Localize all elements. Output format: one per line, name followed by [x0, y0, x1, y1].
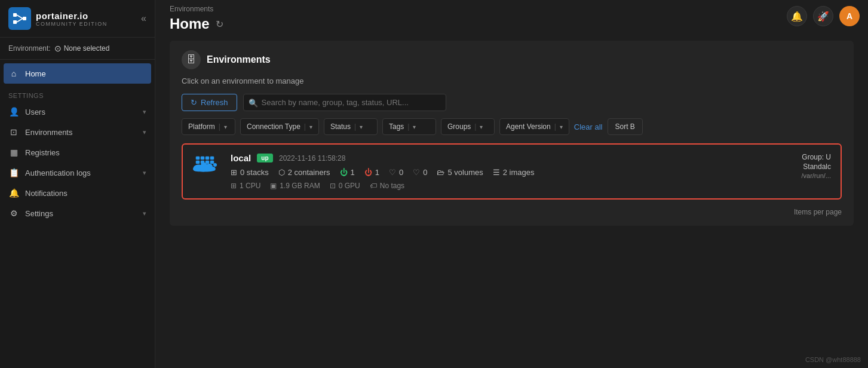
platform-chevron-icon: ▾: [224, 124, 227, 130]
sidebar-item-users[interactable]: 👤 Users ▾: [0, 102, 155, 122]
ram-icon: ▣: [270, 182, 277, 190]
sidebar-settings-label: Settings: [25, 209, 53, 218]
sidebar-notifications-label: Notifications: [25, 189, 68, 198]
stacks-value: 0 stacks: [240, 168, 269, 177]
healthy-value: 0: [399, 168, 403, 177]
unhealthy-stat: ♡ 0: [413, 168, 427, 177]
search-wrapper: 🔍: [243, 94, 446, 111]
settings-chevron-icon: ▾: [143, 210, 146, 217]
groups-divider: |: [474, 122, 476, 131]
sort-button[interactable]: Sort B: [608, 118, 643, 135]
environment-name: local: [231, 153, 251, 163]
rocket-button[interactable]: 🚀: [813, 6, 833, 26]
svg-rect-0: [8, 7, 31, 30]
home-icon: ⌂: [8, 69, 19, 78]
images-value: 2 images: [503, 168, 535, 177]
toolbar: ↻ Refresh 🔍: [182, 94, 842, 111]
environments-panel: 🗄 Environments Click on an environment t…: [170, 41, 854, 226]
status-chevron-icon: ▾: [360, 124, 363, 130]
sidebar-item-home[interactable]: ⌂ Home: [4, 63, 151, 84]
items-per-page: Items per page: [182, 208, 842, 216]
users-icon: 👤: [8, 107, 19, 116]
clear-all-button[interactable]: Clear all: [574, 120, 603, 134]
environment-status-badge: up: [257, 154, 273, 162]
sidebar-item-environments[interactable]: ⊡ Environments ▾: [0, 122, 155, 142]
tags-meta-value: No tags: [380, 182, 404, 190]
agent-version-chevron-icon: ▾: [560, 124, 563, 130]
ram-value: 1.9 GB RAM: [280, 182, 320, 190]
refresh-button[interactable]: ↻ Refresh: [182, 94, 237, 111]
breadcrumb: Environments: [155, 0, 868, 13]
panel-header: 🗄 Environments: [182, 50, 842, 69]
tags-meta-icon: 🏷: [370, 182, 377, 190]
settings-section-title: Settings: [0, 84, 155, 102]
agent-version-filter[interactable]: Agent Version | ▾: [499, 118, 569, 135]
connection-type-chevron-icon: ▾: [309, 124, 312, 130]
settings-icon: ⚙: [8, 208, 19, 218]
containers-value: 2 containers: [288, 168, 330, 177]
page-header: Home ↻: [155, 13, 868, 41]
environment-date: 2022-11-16 11:58:28: [279, 154, 345, 162]
sidebar-collapse-button[interactable]: «: [141, 13, 146, 24]
group-label: Group: U: [759, 153, 831, 161]
svg-rect-11: [206, 161, 209, 164]
environment-selector[interactable]: Environment: ⊙ None selected: [0, 38, 155, 60]
registries-icon: ▦: [8, 148, 19, 157]
database-icon: 🗄: [186, 54, 196, 65]
groups-filter[interactable]: Groups | ▾: [441, 118, 495, 135]
tags-chevron-icon: ▾: [413, 124, 416, 130]
top-right-actions: 🔔 🚀 A: [787, 6, 860, 26]
svg-point-14: [213, 163, 217, 167]
connection-type-filter[interactable]: Connection Type | ▾: [240, 118, 319, 135]
env-title-row: local up 2022-11-16 11:58:28: [231, 153, 750, 163]
cpu-value: 1 CPU: [240, 182, 260, 190]
environment-card-body: local up 2022-11-16 11:58:28 ⊞ 0 stacks …: [231, 153, 750, 190]
sidebar: portainer.io COMMUNITY EDITION « Environ…: [0, 0, 155, 368]
environment-value: ⊙ None selected: [54, 44, 110, 53]
header-refresh-icon[interactable]: ↻: [216, 19, 223, 30]
environments-icon: ⊡: [8, 127, 19, 137]
stacks-stat: ⊞ 0 stacks: [231, 168, 269, 177]
logo-text: portainer.io COMMUNITY EDITION: [36, 11, 108, 27]
auth-logs-chevron-icon: ▾: [143, 169, 146, 177]
path-label: /var/run/...: [759, 172, 831, 179]
sidebar-item-settings[interactable]: ⚙ Settings ▾: [0, 203, 155, 223]
users-chevron-icon: ▾: [143, 108, 146, 116]
tags-filter-label: Tags: [389, 122, 404, 131]
main-content: 🔔 🚀 A Environments Home ↻ 🗄 Environments…: [155, 0, 868, 368]
environment-card-local[interactable]: local up 2022-11-16 11:58:28 ⊞ 0 stacks …: [182, 143, 842, 200]
status-filter[interactable]: Status | ▾: [324, 118, 378, 135]
platform-filter[interactable]: Platform | ▾: [182, 118, 235, 135]
running-icon: ⏻: [340, 168, 348, 177]
svg-rect-9: [210, 157, 214, 160]
search-input[interactable]: [243, 94, 446, 111]
agent-version-label: Agent Version: [506, 122, 551, 131]
sidebar-item-registries[interactable]: ▦ Registries: [0, 142, 155, 162]
portainer-logo-icon: [8, 7, 31, 30]
platform-filter-label: Platform: [188, 122, 215, 131]
groups-filter-label: Groups: [447, 122, 471, 131]
svg-rect-3: [23, 17, 26, 20]
logo-sub-text: COMMUNITY EDITION: [36, 21, 108, 27]
connection-type-divider: |: [304, 122, 306, 131]
watermark: CSDN @wht88888: [805, 356, 861, 363]
panel-title: Environments: [207, 54, 271, 65]
connection-type-label: Connection Type: [247, 122, 300, 131]
sidebar-item-auth-logs[interactable]: 📋 Authentication logs ▾: [0, 162, 155, 183]
sidebar-users-label: Users: [25, 108, 45, 116]
containers-icon: ⬡: [278, 168, 285, 177]
sidebar-home-label: Home: [25, 69, 46, 78]
logo-area: portainer.io COMMUNITY EDITION «: [0, 0, 155, 38]
healthy-icon: ♡: [389, 168, 396, 177]
cpu-icon: ⊞: [231, 182, 237, 190]
page-title: Home: [170, 16, 210, 32]
refresh-btn-label: Refresh: [201, 98, 228, 107]
svg-rect-7: [201, 157, 204, 160]
notifications-bell-button[interactable]: 🔔: [787, 6, 807, 26]
containers-stat: ⬡ 2 containers: [278, 168, 330, 177]
stopped-value: 1: [375, 168, 379, 177]
svg-rect-6: [196, 157, 200, 160]
sidebar-item-notifications[interactable]: 🔔 Notifications: [0, 183, 155, 203]
user-avatar[interactable]: A: [839, 6, 860, 26]
tags-filter[interactable]: Tags | ▾: [382, 118, 436, 135]
